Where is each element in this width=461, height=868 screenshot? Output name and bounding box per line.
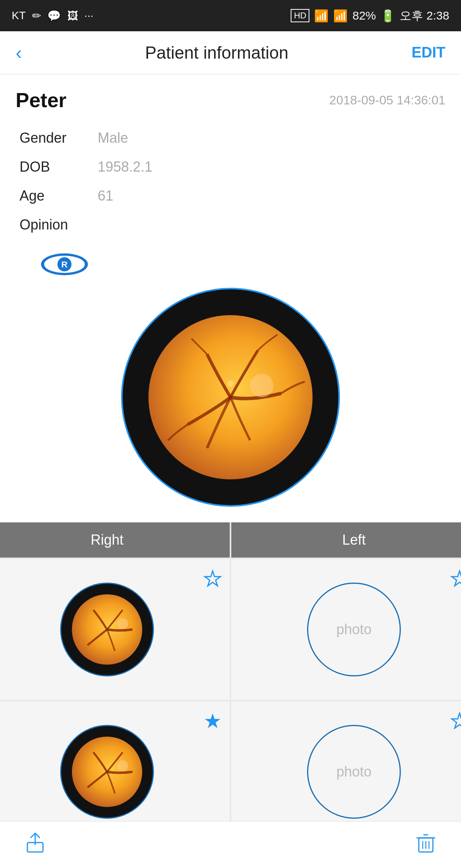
thumb-vessels-svg-1 <box>72 594 142 665</box>
thumb-inner-right-top <box>72 594 142 665</box>
patient-info-table: Gender Male DOB 1958.2.1 Age 61 Opinion <box>16 120 445 241</box>
patient-content: Peter 2018-09-05 14:36:01 Gender Male DO… <box>0 74 461 522</box>
photo-label-left-bottom: photo <box>336 764 372 780</box>
opinion-label: Opinion <box>20 217 98 233</box>
retinal-inner-image <box>148 315 313 479</box>
status-bar: KT ✏ 💬 🖼 ··· HD 📶 📶 82% 🔋 오후 2:38 <box>0 0 461 31</box>
eye-r-icon: R <box>39 249 90 280</box>
eye-indicator: R <box>16 241 445 280</box>
gender-row: Gender Male <box>20 124 445 152</box>
trash-icon <box>414 831 438 854</box>
back-button[interactable]: ‹ <box>16 42 22 63</box>
age-value: 61 <box>98 188 113 204</box>
svg-text:R: R <box>61 260 68 269</box>
patient-date: 2018-09-05 14:36:01 <box>329 93 445 108</box>
signal-icon: 📶 <box>333 9 348 23</box>
image-icon: 🖼 <box>67 9 78 22</box>
photo-placeholder-left-top[interactable]: photo <box>307 583 401 676</box>
opinion-row: Opinion <box>20 210 445 237</box>
photo-placeholder-left-bottom[interactable]: photo <box>307 725 401 819</box>
battery-icon: 🔋 <box>381 9 395 23</box>
status-left: KT ✏ 💬 🖼 ··· <box>12 9 93 22</box>
svg-point-5 <box>227 380 234 387</box>
dob-label: DOB <box>20 159 98 175</box>
gender-value: Male <box>98 130 128 146</box>
delete-button[interactable] <box>414 831 438 859</box>
photo-grid-section: Right Left ★ <box>0 522 461 842</box>
grid-cell-left-top[interactable]: photo ★ <box>231 559 461 700</box>
edit-button[interactable]: EDIT <box>411 44 445 61</box>
patient-header: Peter 2018-09-05 14:36:01 <box>16 74 445 120</box>
svg-point-4 <box>250 374 273 397</box>
svg-point-6 <box>117 618 128 629</box>
main-retinal-image[interactable] <box>16 280 445 522</box>
page-title: Patient information <box>145 43 288 63</box>
retinal-thumb-right-top[interactable] <box>60 583 154 676</box>
retinal-vessels-svg <box>148 315 313 479</box>
wifi-icon: 📶 <box>314 9 329 23</box>
star-right-top[interactable]: ★ <box>204 567 222 590</box>
star-right-bottom[interactable]: ★ <box>204 709 222 733</box>
retinal-thumb-right-bottom[interactable] <box>60 725 154 819</box>
more-icon: ··· <box>84 9 93 22</box>
svg-point-7 <box>117 760 128 771</box>
dob-row: DOB 1958.2.1 <box>20 152 445 181</box>
header: ‹ Patient information EDIT <box>0 31 461 74</box>
retinal-main-circle[interactable] <box>121 288 340 507</box>
share-icon <box>23 831 47 854</box>
grid-header: Right Left <box>0 522 461 558</box>
time-label: 오후 2:38 <box>400 8 449 24</box>
thumb-vessels-svg-2 <box>72 737 142 807</box>
gender-label: Gender <box>20 130 98 146</box>
battery-label: 82% <box>352 9 376 22</box>
right-column-header: Right <box>0 522 230 558</box>
grid-cell-right-top[interactable]: ★ <box>0 559 230 700</box>
star-left-top[interactable]: ★ <box>450 567 461 590</box>
age-label: Age <box>20 188 98 204</box>
dob-value: 1958.2.1 <box>98 159 152 175</box>
bottom-toolbar <box>0 821 461 868</box>
patient-name: Peter <box>16 88 66 112</box>
carrier-label: KT <box>12 9 26 22</box>
hd-badge: HD <box>291 9 309 22</box>
star-left-bottom[interactable]: ★ <box>450 709 461 733</box>
age-row: Age 61 <box>20 181 445 210</box>
grid-body: ★ photo ★ <box>0 559 461 842</box>
thumb-inner-right-bottom <box>72 737 142 807</box>
photo-label-left-top: photo <box>336 621 372 638</box>
share-button[interactable] <box>23 831 47 859</box>
left-column-header: Left <box>231 522 461 558</box>
pencil-icon: ✏ <box>32 9 41 22</box>
status-right: HD 📶 📶 82% 🔋 오후 2:38 <box>291 8 449 24</box>
talk-icon: 💬 <box>47 9 61 22</box>
